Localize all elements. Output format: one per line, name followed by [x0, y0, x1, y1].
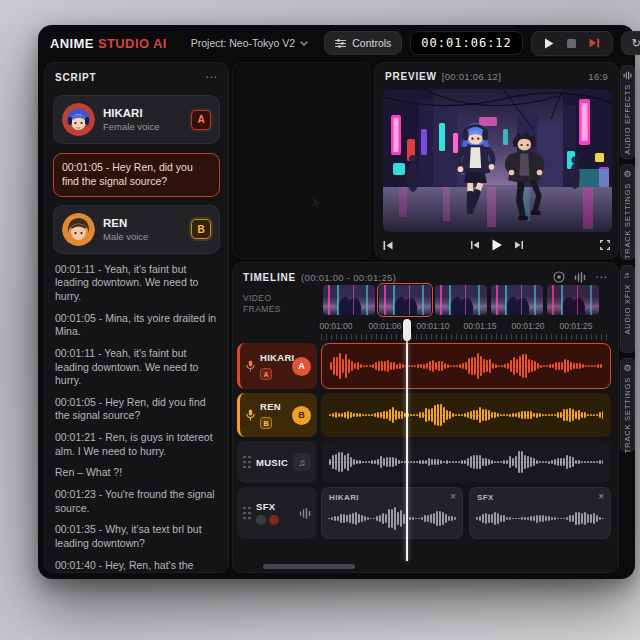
- audio-clip-ren-track[interactable]: [321, 393, 611, 437]
- note-icon: ♬: [623, 271, 632, 280]
- more-icon[interactable]: ⋯: [205, 71, 218, 83]
- video-preview[interactable]: [383, 89, 612, 232]
- preview-panel: PREVIEW [00:01:06.12] 16:9: [374, 62, 619, 259]
- play-icon[interactable]: [491, 239, 502, 251]
- transport-controls: [531, 31, 613, 56]
- drag-handle-icon[interactable]: [243, 456, 251, 469]
- track-row-ren: REN B B: [237, 393, 611, 437]
- aspect-ratio-label: 16:9: [588, 71, 608, 82]
- clip-hikari[interactable]: HIKARI ×: [321, 487, 463, 539]
- video-frame-thumb[interactable]: [547, 285, 599, 315]
- horizontal-scrollbar[interactable]: [263, 564, 355, 569]
- tab-label: TRACK SETTINGS: [623, 377, 632, 453]
- next-frame-icon[interactable]: [514, 241, 523, 249]
- track-row-music: MUSIC ♫: [237, 441, 611, 483]
- skip-start-icon[interactable]: [383, 241, 393, 250]
- track-label-music[interactable]: MUSIC ♫: [237, 441, 317, 483]
- play-button[interactable]: [544, 38, 554, 49]
- audio-clip-music-track[interactable]: [321, 441, 611, 483]
- sfx-clips-row: HIKARI × SFX ×: [321, 487, 611, 539]
- script-line[interactable]: 00:01:05 - Hey Ren, did you find the sig…: [55, 396, 218, 423]
- track-label-ren[interactable]: REN B B: [237, 393, 317, 437]
- script-line[interactable]: 00:01:40 - Hey, Ren, hat's the signal do…: [55, 559, 218, 573]
- drag-handle-icon[interactable]: [243, 507, 251, 520]
- preview-timecode: [00:01:06.12]: [442, 71, 501, 82]
- character-card-hikari[interactable]: HIKARI Female voice A: [53, 95, 220, 144]
- video-frames-strip: [323, 285, 599, 315]
- brand-accent: STUDIO AI: [98, 36, 167, 51]
- tab-audio-effects[interactable]: AUDIO EFFECTS: [620, 65, 635, 159]
- active-script-line[interactable]: 00:01:05 - Hey Ren, did you find the sig…: [53, 153, 220, 197]
- timestamp: 00:01:15: [463, 321, 496, 331]
- preview-title: PREVIEW: [385, 71, 437, 82]
- video-frame-thumb[interactable]: [491, 285, 543, 315]
- tab-track-settings-2[interactable]: ⚙ TRACK SETTINGS: [620, 358, 635, 452]
- sfx-mini-badges: [256, 515, 294, 525]
- clip-sfx[interactable]: SFX ×: [469, 487, 611, 539]
- chevron-down-icon: [300, 41, 308, 46]
- top-bar: ANIME STUDIO AI Project: Neo-Tokyo V2 Co…: [38, 25, 635, 61]
- timeline-ruler[interactable]: [321, 334, 608, 340]
- loop-button[interactable]: ↻ Loop: [621, 31, 640, 55]
- character-card-ren[interactable]: REN Male voice B: [53, 205, 220, 254]
- track-label-hikari[interactable]: HIKARI A A: [237, 343, 317, 389]
- script-line[interactable]: 00:01:05 - Mina, its yoire draited in Mi…: [55, 312, 218, 339]
- script-line[interactable]: 00:01:21 - Ren, is guys in totereot alm.…: [55, 431, 218, 458]
- timestamp: 00:01:10: [416, 321, 449, 331]
- waveform-hikari: [330, 349, 602, 383]
- fullscreen-icon[interactable]: [600, 240, 610, 250]
- timeline-timestamps: 00:01:00 00:01:06 00:01:10 00:01:15 00:0…: [233, 321, 618, 331]
- script-line[interactable]: 00:01:11 - Yeah, it's faint but leading …: [55, 263, 218, 304]
- music-note-icon: ♫: [293, 453, 311, 471]
- close-icon[interactable]: ×: [450, 492, 456, 502]
- timestamp: 00:01:25: [559, 321, 592, 331]
- playhead-handle[interactable]: [403, 319, 411, 341]
- voice-chip-badge: B: [191, 219, 211, 239]
- script-header: SCRIPT ⋯: [45, 63, 228, 87]
- script-line[interactable]: 00:01:35 - Why, it'sa text brl but leadi…: [55, 523, 218, 550]
- timestamp: 00:01:06: [368, 321, 401, 331]
- video-frame-thumb[interactable]: [435, 285, 487, 315]
- loop-icon: ↻: [632, 38, 640, 49]
- timeline-panel: TIMELINE (00:01:00 - 00:01:25) ⋯ VIDEO F…: [232, 262, 619, 573]
- project-selector[interactable]: Project: Neo-Tokyo V2: [191, 37, 308, 49]
- clip-label: SFX: [477, 493, 494, 502]
- track-circle-badge: A: [292, 357, 311, 376]
- tab-track-settings-1[interactable]: ⚙ TRACK SETTINGS: [620, 164, 635, 260]
- script-line[interactable]: 00:01:11 - Yeah, it's faint but leading …: [55, 347, 218, 388]
- project-label: Project: Neo-Tokyo V2: [191, 37, 295, 49]
- waveform-music: [329, 446, 603, 478]
- waveform-clip: [328, 503, 456, 534]
- track-row-hikari: HIKARI A A: [237, 343, 611, 389]
- video-frame-thumb-active[interactable]: [379, 285, 431, 315]
- waveform-clip: [476, 503, 604, 534]
- waveform-icon[interactable]: [574, 272, 586, 283]
- track-chip-badge: A: [260, 368, 272, 380]
- script-line[interactable]: 00:01:23 - You're fround the signal sour…: [55, 488, 218, 515]
- audio-clip-hikari-track[interactable]: [321, 343, 611, 389]
- more-icon[interactable]: ⋯: [595, 271, 608, 283]
- frames-label-line2: FRAMES: [243, 304, 281, 314]
- app-logo: ANIME STUDIO AI: [50, 36, 167, 51]
- character-voice: Male voice: [103, 231, 183, 242]
- skip-end-button[interactable]: [589, 38, 600, 48]
- character-voice: Female voice: [103, 121, 183, 132]
- clip-label: HIKARI: [329, 493, 359, 502]
- record-icon[interactable]: [553, 271, 565, 283]
- prev-frame-icon[interactable]: [470, 241, 479, 249]
- avatar-hikari: [62, 103, 95, 136]
- waveform-icon: [623, 71, 632, 80]
- stop-button[interactable]: [567, 39, 576, 48]
- frames-label-line1: VIDEO: [243, 293, 271, 303]
- app-window: ANIME STUDIO AI Project: Neo-Tokyo V2 Co…: [38, 25, 635, 579]
- script-line[interactable]: Ren – What ?!: [55, 466, 218, 480]
- close-icon[interactable]: ×: [598, 492, 604, 502]
- timeline-range: (00:01:00 - 00:01:25): [301, 272, 396, 283]
- tab-audio-xfix[interactable]: ♬ AUDIO XFIX: [620, 265, 635, 353]
- tab-label: TRACK SETTINGS: [623, 183, 632, 259]
- character-name: HIKARI: [103, 107, 183, 119]
- avatar-ren: [62, 213, 95, 246]
- track-label-sfx[interactable]: SFX: [237, 487, 317, 539]
- video-frame-thumb[interactable]: [323, 285, 375, 315]
- controls-button[interactable]: Controls: [324, 31, 402, 55]
